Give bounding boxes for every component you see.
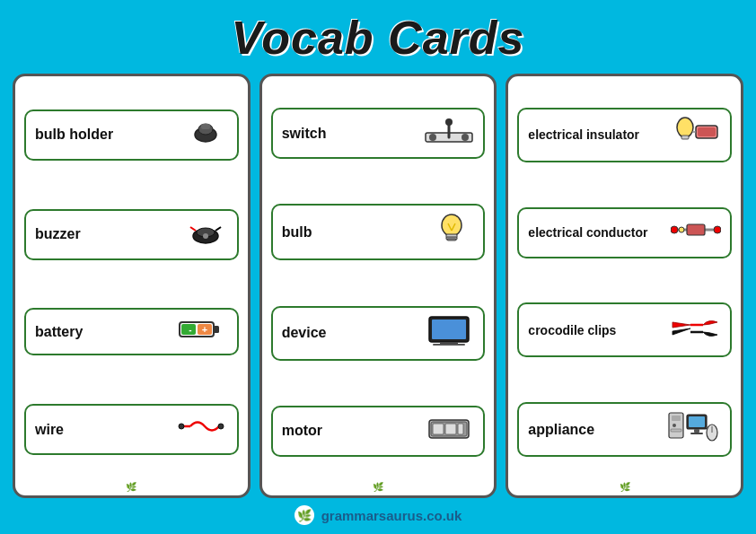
- electrical-insulator-icon: [671, 115, 721, 155]
- footer-text: grammarsaurus.co.uk: [321, 508, 462, 523]
- svg-point-22: [442, 214, 462, 236]
- svg-rect-50: [672, 416, 681, 421]
- card-switch: switch: [271, 108, 486, 159]
- svg-rect-29: [432, 320, 466, 339]
- svg-rect-38: [681, 136, 689, 139]
- motor-icon: [424, 413, 474, 450]
- battery-icon: - +: [178, 315, 228, 348]
- panel-2: switch bulb: [259, 74, 497, 498]
- panel-logo: 🌿: [373, 482, 383, 492]
- card-label: electrical insulator: [528, 127, 664, 142]
- device-icon: [424, 313, 474, 354]
- card-buzzer: buzzer: [24, 209, 239, 260]
- svg-rect-25: [447, 239, 456, 241]
- card-bulb-holder: bulb holder: [24, 109, 239, 161]
- buzzer-icon: [183, 216, 228, 253]
- card-label: crocodile clips: [528, 323, 664, 337]
- svg-point-15: [179, 424, 184, 429]
- bulb-holder-icon: [183, 117, 228, 153]
- card-electrical-conductor: electrical conductor: [517, 207, 732, 258]
- svg-rect-34: [433, 424, 444, 434]
- svg-rect-2: [201, 124, 210, 129]
- card-bulb: bulb: [271, 204, 486, 260]
- svg-point-21: [445, 118, 453, 126]
- page-title: Vocab Cards: [232, 11, 525, 65]
- card-label: battery: [35, 324, 171, 340]
- card-electrical-insulator: electrical insulator: [517, 108, 732, 162]
- svg-rect-55: [694, 429, 699, 433]
- card-label: device: [282, 325, 418, 341]
- card-wire: wire: [24, 404, 239, 455]
- svg-rect-54: [689, 416, 705, 427]
- card-appliance: appliance: [517, 402, 732, 457]
- svg-line-6: [215, 227, 221, 231]
- card-label: bulb: [282, 224, 423, 241]
- card-label: motor: [282, 423, 418, 439]
- card-device: device: [271, 306, 486, 361]
- card-label: buzzer: [35, 226, 176, 242]
- svg-point-7: [203, 233, 208, 239]
- svg-rect-36: [458, 424, 463, 434]
- svg-rect-35: [445, 424, 456, 434]
- svg-line-5: [190, 227, 196, 231]
- svg-rect-52: [671, 429, 681, 432]
- svg-rect-43: [687, 224, 705, 235]
- card-crocodile-clips: crocodile clips: [517, 302, 732, 357]
- svg-point-44: [671, 226, 678, 233]
- panel-1: bulb holder buzzer: [13, 74, 251, 498]
- card-motor: motor: [271, 406, 486, 457]
- footer-logo: 🌿: [294, 505, 314, 525]
- panel-logo: 🌿: [620, 482, 630, 492]
- svg-rect-9: [214, 326, 219, 333]
- card-label: electrical conductor: [528, 225, 664, 240]
- svg-rect-31: [433, 344, 465, 346]
- svg-text:+: +: [201, 324, 207, 335]
- svg-point-45: [714, 226, 721, 233]
- panel-3: electrical insulator electrical conducto…: [505, 74, 743, 498]
- svg-text:-: -: [189, 325, 191, 335]
- svg-point-51: [672, 424, 676, 427]
- svg-point-16: [218, 424, 224, 429]
- crocodile-clips-icon: [671, 310, 721, 350]
- appliance-icon: [667, 409, 721, 450]
- card-label: wire: [35, 422, 171, 438]
- svg-rect-40: [698, 127, 716, 136]
- wire-icon: [178, 411, 228, 448]
- svg-point-46: [679, 227, 684, 232]
- card-label: switch: [282, 126, 418, 142]
- cards-container: bulb holder buzzer: [0, 74, 756, 498]
- card-label: appliance: [528, 422, 660, 438]
- svg-point-18: [429, 134, 436, 141]
- electrical-conductor-icon: [671, 214, 721, 251]
- svg-rect-56: [690, 433, 703, 434]
- svg-point-19: [462, 134, 469, 141]
- card-battery: battery - +: [24, 308, 239, 355]
- bulb-icon: [429, 211, 474, 253]
- svg-point-37: [677, 118, 693, 137]
- footer: 🌿 grammarsaurus.co.uk: [294, 498, 462, 534]
- card-label: bulb holder: [35, 127, 176, 143]
- switch-icon: [424, 115, 474, 152]
- panel-logo: 🌿: [126, 482, 136, 492]
